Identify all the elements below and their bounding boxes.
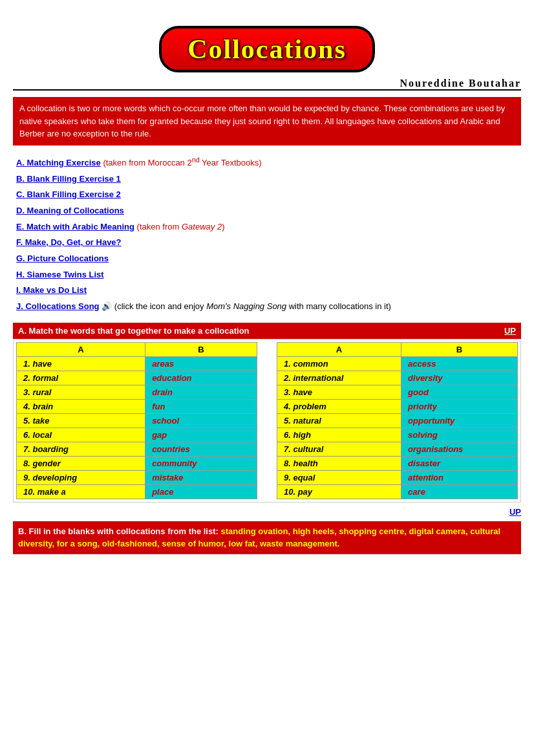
table-row: 8. gendercommunity	[17, 456, 257, 470]
match-cell-b: fun	[145, 399, 257, 413]
section-a-title: A. Match the words that go together to m…	[18, 326, 250, 336]
table-row: 1. haveareas	[17, 356, 257, 371]
table-row: 8. healthdisaster	[277, 456, 518, 470]
match-table-right: A B 1. commonaccess2. internationaldiver…	[277, 342, 518, 499]
toc-note-a: (taken from Moroccan 2nd Year Textbooks)	[103, 158, 261, 167]
section-a-tables: A B 1. haveareas2. formaleducation3. rur…	[13, 339, 521, 502]
match-cell-a: 9. developing	[17, 470, 145, 484]
section-a-up-link[interactable]: UP	[504, 326, 516, 336]
toc-item-e[interactable]: E. Match with Arabic Meaning (taken from…	[16, 219, 521, 235]
match-cell-a: 1. common	[277, 356, 401, 371]
match-cell-a: 7. boarding	[17, 442, 145, 456]
match-cell-b: drain	[145, 385, 257, 399]
match-cell-a: 3. rural	[17, 385, 145, 399]
table-row: 10. paycare	[277, 484, 518, 499]
toc-note-e: (taken from Gateway 2)	[137, 222, 225, 232]
table-row: 4. brainfun	[17, 399, 257, 413]
toc-item-i[interactable]: I. Make vs Do List	[16, 283, 521, 299]
section-b-header: B. Fill in the blanks with collocations …	[13, 521, 521, 554]
toc-note-j: (click the icon and enjoy Mom's Nagging …	[114, 301, 391, 311]
match-cell-a: 5. natural	[277, 413, 401, 427]
author-name: Noureddine Boutahar	[400, 78, 521, 89]
table-row: 4. problempriority	[277, 399, 518, 413]
up-link-bottom-a[interactable]: UP	[509, 507, 521, 517]
match-cell-b: good	[401, 385, 518, 399]
table-row: 5. takeschool	[17, 413, 257, 427]
match-cell-a: 10. make a	[17, 484, 145, 499]
match-cell-a: 1. have	[17, 356, 145, 371]
left-table-col-b-header: B	[145, 342, 257, 356]
table-row: 6. localgap	[17, 427, 257, 442]
match-cell-b: place	[145, 484, 257, 499]
match-cell-a: 3. have	[277, 385, 401, 399]
match-cell-b: organisations	[401, 442, 518, 456]
match-cell-b: disaster	[401, 456, 518, 470]
match-cell-a: 5. take	[17, 413, 145, 427]
definition-box: A collocation is two or more words which…	[13, 97, 521, 146]
toc-link-a[interactable]: A. Matching Exercise	[16, 158, 101, 167]
match-cell-a: 8. health	[277, 456, 401, 470]
toc-link-c[interactable]: C. Blank Filling Exercise 2	[16, 189, 121, 199]
match-cell-b: community	[145, 456, 257, 470]
table-row: 3. ruraldrain	[17, 385, 257, 399]
table-row: 10. make aplace	[17, 484, 257, 499]
toc-link-d[interactable]: D. Meaning of Collocations	[16, 206, 124, 215]
match-cell-b: care	[401, 484, 518, 499]
page-header: Collocations	[13, 26, 521, 72]
audio-icon[interactable]: 🔊	[101, 301, 112, 311]
left-table-col-a-header: A	[17, 342, 145, 356]
table-row: 7. boardingcountries	[17, 442, 257, 456]
match-cell-b: school	[145, 413, 257, 427]
match-cell-b: education	[145, 371, 257, 385]
match-cell-a: 8. gender	[17, 456, 145, 470]
table-row: 7. culturalorganisations	[277, 442, 518, 456]
match-cell-b: mistake	[145, 470, 257, 484]
table-row: 5. naturalopportunity	[277, 413, 518, 427]
toc-item-j[interactable]: J. Collocations Song 🔊 (click the icon a…	[16, 299, 521, 315]
match-cell-a: 6. high	[277, 427, 401, 442]
right-table-col-b-header: B	[401, 342, 518, 356]
match-cell-a: 6. local	[17, 427, 145, 442]
table-row: 3. havegood	[277, 385, 518, 399]
match-cell-a: 9. equal	[277, 470, 401, 484]
toc-item-h[interactable]: H. Siamese Twins List	[16, 267, 521, 283]
toc-link-e[interactable]: E. Match with Arabic Meaning	[16, 222, 134, 232]
match-cell-b: opportunity	[401, 413, 518, 427]
match-cell-a: 10. pay	[277, 484, 401, 499]
toc-link-j[interactable]: J. Collocations Song	[16, 301, 100, 311]
match-cell-b: solving	[401, 427, 518, 442]
match-cell-a: 7. cultural	[277, 442, 401, 456]
toc-link-h[interactable]: H. Siamese Twins List	[16, 270, 104, 279]
table-row: 2. formaleducation	[17, 371, 257, 385]
match-cell-a: 4. problem	[277, 399, 401, 413]
toc-item-g[interactable]: G. Picture Collocations	[16, 251, 521, 267]
match-cell-b: gap	[145, 427, 257, 442]
table-row: 2. internationaldiversity	[277, 371, 518, 385]
toc-link-f[interactable]: F. Make, Do, Get, or Have?	[16, 237, 122, 247]
toc-link-b[interactable]: B. Blank Filling Exercise 1	[16, 174, 121, 184]
match-cell-a: 2. formal	[17, 371, 145, 385]
definition-text: A collocation is two or more words which…	[19, 103, 505, 138]
table-row: 9. equalattention	[277, 470, 518, 484]
toc-link-g[interactable]: G. Picture Collocations	[16, 254, 109, 263]
match-cell-b: areas	[145, 356, 257, 371]
toc-item-b[interactable]: B. Blank Filling Exercise 1	[16, 171, 521, 188]
match-cell-b: countries	[145, 442, 257, 456]
toc-link-i[interactable]: I. Make vs Do List	[16, 285, 87, 295]
match-cell-b: diversity	[401, 371, 518, 385]
up-row-a: UP	[13, 505, 521, 519]
toc-item-d[interactable]: D. Meaning of Collocations	[16, 203, 521, 219]
toc-item-c[interactable]: C. Blank Filling Exercise 2	[16, 187, 521, 203]
toc-item-a[interactable]: A. Matching Exercise (taken from Morocca…	[16, 153, 521, 171]
table-row: 6. highsolving	[277, 427, 518, 442]
table-row: 9. developingmistake	[17, 470, 257, 484]
table-of-contents: A. Matching Exercise (taken from Morocca…	[13, 153, 521, 315]
author-line: Noureddine Boutahar	[13, 78, 521, 91]
match-cell-b: priority	[401, 399, 518, 413]
matching-tables-wrapper: A B 1. haveareas2. formaleducation3. rur…	[16, 342, 518, 499]
page-title: Collocations	[159, 26, 375, 72]
match-cell-b: attention	[401, 470, 518, 484]
match-cell-a: 2. international	[277, 371, 401, 385]
toc-item-f[interactable]: F. Make, Do, Get, or Have?	[16, 235, 521, 251]
table-row: 1. commonaccess	[277, 356, 518, 371]
